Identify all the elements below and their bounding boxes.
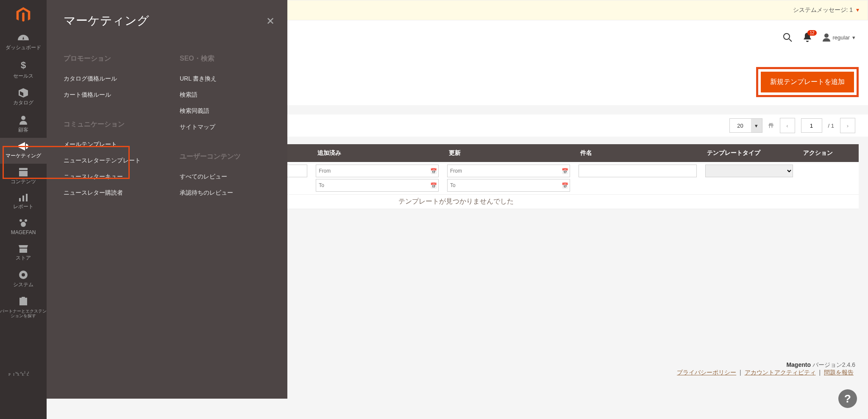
search-icon[interactable] (783, 33, 792, 42)
flyout-link-newsletter-subscribers[interactable]: ニュースレター購読者 (64, 185, 154, 201)
sidebar-item-customers[interactable]: 顧客 (0, 111, 47, 138)
sidebar-item-reports[interactable]: レポート (0, 190, 47, 215)
user-icon (823, 33, 830, 42)
col-type[interactable]: テンプレートタイプ (701, 144, 797, 162)
filter-added-to[interactable] (316, 179, 439, 192)
sidebar-item-label: レポート (13, 204, 33, 210)
svg-rect-4 (22, 196, 24, 201)
flyout-link-cart-price-rule[interactable]: カート価格ルール (64, 87, 154, 103)
cube-icon (19, 88, 28, 98)
col-action[interactable]: アクション (797, 144, 859, 162)
svg-point-10 (22, 273, 25, 277)
per-page-select[interactable]: 20 ▾ (729, 118, 762, 133)
flyout-link-newsletter-templates[interactable]: ニュースレターテンプレート (64, 153, 154, 169)
welt-logo: weltPIXEL (8, 372, 31, 377)
flyout-title: マーケティング (64, 13, 270, 29)
svg-point-6 (19, 219, 22, 222)
flyout-link-all-reviews[interactable]: すべてのレビュー (180, 169, 270, 185)
per-page-value: 20 (730, 123, 751, 129)
sidebar-item-system[interactable]: システム (0, 266, 47, 293)
filter-updated-to[interactable] (447, 179, 570, 192)
username-label: regular (833, 34, 850, 41)
col-added[interactable]: 追加済み (312, 144, 443, 162)
calendar-icon[interactable]: 📅 (430, 168, 437, 174)
flyout-link-url-rewrites[interactable]: URL 書き換え (180, 71, 270, 87)
svg-point-15 (824, 34, 829, 38)
magento-logo-icon[interactable] (0, 0, 47, 31)
sidebar-item-extensions[interactable]: パートナーとエクステンションを探す (0, 293, 47, 323)
dollar-icon: $ (21, 60, 26, 71)
person-icon (19, 115, 27, 125)
close-icon[interactable]: ✕ (266, 15, 275, 27)
sidebar-item-sales[interactable]: $ セールス (0, 56, 47, 84)
gauge-icon (18, 35, 29, 42)
main-sidebar: ダッシュボード $ セールス カタログ 顧客 マーケティング コンテンツ レポー… (0, 0, 47, 419)
footer-link-report[interactable]: 問題を報告 (824, 369, 854, 376)
gear-icon (19, 270, 28, 279)
flyout-column-1: プロモーション カタログ価格ルール カート価格ルール コミュニケーション メール… (64, 46, 154, 201)
sidebar-item-label: ダッシュボード (6, 45, 41, 50)
layout-icon (19, 168, 28, 176)
footer-link-privacy[interactable]: プライバシーポリシー (677, 369, 736, 376)
footer-link-activity[interactable]: アカウントアクティビティ (745, 369, 816, 376)
sidebar-item-stores[interactable]: ストア (0, 241, 47, 266)
svg-point-8 (21, 222, 26, 227)
sidebar-item-label: 顧客 (18, 127, 28, 133)
add-new-template-button[interactable]: 新規テンプレートを追加 (761, 72, 854, 92)
notification-badge: 12 (807, 30, 816, 36)
filter-subject-input[interactable] (579, 165, 697, 177)
calendar-icon[interactable]: 📅 (562, 168, 568, 174)
svg-rect-1 (19, 168, 28, 170)
svg-point-13 (784, 34, 790, 39)
flyout-column-2: SEO・検索 URL 書き換え 検索語 検索同義語 サイトマップ ユーザーコンテ… (180, 46, 270, 201)
system-message-toggle[interactable]: システムメッセージ: 1 ▾ (793, 6, 859, 14)
paw-icon (19, 219, 28, 227)
flyout-link-search-synonyms[interactable]: 検索同義語 (180, 103, 270, 119)
svg-line-14 (789, 39, 792, 42)
sidebar-item-marketing[interactable]: マーケティング (0, 138, 47, 164)
sidebar-item-label: コンテンツ (11, 179, 36, 184)
sidebar-item-label: ストア (16, 255, 31, 261)
filter-updated-from[interactable] (447, 165, 570, 177)
chevron-down-icon: ▾ (852, 34, 855, 41)
flyout-link-search-terms[interactable]: 検索語 (180, 87, 270, 103)
col-updated[interactable]: 更新 (443, 144, 574, 162)
filter-type-select[interactable] (705, 165, 793, 177)
svg-point-7 (25, 219, 27, 222)
flyout-link-catalog-price-rule[interactable]: カタログ価格ルール (64, 71, 154, 87)
flyout-link-email-templates[interactable]: メールテンプレート (64, 137, 154, 153)
prev-page-button[interactable]: ‹ (780, 118, 795, 133)
notifications-icon[interactable]: 12 (803, 33, 812, 42)
col-subject[interactable]: 件名 (574, 144, 701, 162)
sidebar-item-label: セールス (13, 73, 33, 79)
help-button[interactable]: ? (838, 389, 857, 408)
user-menu[interactable]: regular ▾ (823, 33, 855, 42)
svg-rect-3 (19, 198, 21, 201)
calendar-icon[interactable]: 📅 (562, 182, 568, 189)
sidebar-item-label: カタログ (13, 100, 33, 106)
sidebar-item-catalog[interactable]: カタログ (0, 84, 47, 111)
flyout-heading-communications: コミュニケーション (64, 120, 154, 129)
page-number-input[interactable] (801, 118, 822, 133)
megaphone-icon (18, 142, 28, 151)
flyout-link-sitemap[interactable]: サイトマップ (180, 119, 270, 135)
marketing-flyout-panel: マーケティング ✕ プロモーション カタログ価格ルール カート価格ルール コミュ… (47, 0, 287, 399)
sidebar-item-label: システム (13, 282, 33, 288)
sidebar-item-label: パートナーとエクステンションを探す (0, 309, 47, 318)
add-button-highlight: 新規テンプレートを追加 (756, 67, 859, 97)
sidebar-item-label: マーケティング (6, 153, 41, 159)
sidebar-item-label: MAGEFAN (11, 230, 36, 235)
next-page-button[interactable]: › (840, 118, 855, 133)
flyout-heading-user-content: ユーザーコンテンツ (180, 152, 270, 161)
sidebar-item-magefan[interactable]: MAGEFAN (0, 215, 47, 240)
chevron-down-icon: ▾ (751, 119, 762, 132)
flyout-heading-seo-search: SEO・検索 (180, 54, 270, 63)
puzzle-icon (19, 297, 28, 306)
filter-added-from[interactable] (316, 165, 439, 177)
sidebar-item-dashboard[interactable]: ダッシュボード (0, 31, 47, 56)
store-icon (19, 245, 28, 253)
calendar-icon[interactable]: 📅 (430, 182, 437, 189)
flyout-link-newsletter-queue[interactable]: ニュースレターキュー (64, 169, 154, 185)
sidebar-item-content[interactable]: コンテンツ (0, 164, 47, 190)
flyout-link-pending-reviews[interactable]: 承認待ちのレビュー (180, 185, 270, 201)
